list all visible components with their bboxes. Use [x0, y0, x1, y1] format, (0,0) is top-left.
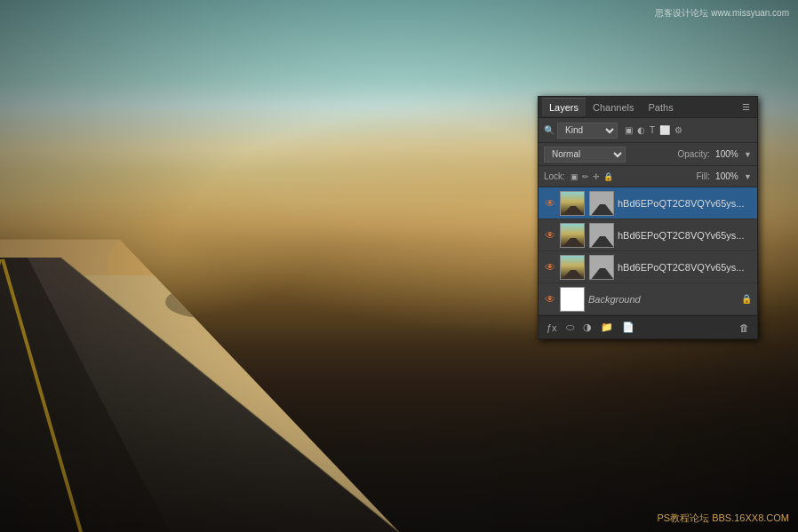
filter-shape-icon[interactable]: ⬜ — [658, 124, 671, 136]
layer-name: hBd6EPoQT2C8VQYv65ys... — [618, 262, 752, 273]
layer-mask-thumb — [589, 191, 614, 216]
lock-icons-group: ▣ ✏ ✛ 🔒 — [571, 172, 613, 181]
filter-smart-icon[interactable]: ⚙ — [674, 124, 683, 136]
layers-panel: Layers Channels Paths ☰ 🔍 Kind ▣ ◐ T ⬜ ⚙… — [538, 96, 758, 339]
tab-channels[interactable]: Channels — [586, 99, 641, 116]
filter-type-icons: ▣ ◐ T ⬜ ⚙ — [624, 124, 683, 136]
layer-mask-thumb — [589, 255, 614, 280]
layer-item[interactable]: 👁 — [539, 187, 757, 219]
add-adjustment-button[interactable]: ◑ — [580, 321, 595, 334]
filter-row: 🔍 Kind ▣ ◐ T ⬜ ⚙ — [539, 118, 757, 143]
create-group-button[interactable]: 📁 — [598, 321, 616, 334]
opacity-arrow[interactable]: ▼ — [744, 150, 752, 159]
layer-mask-thumb — [589, 223, 614, 248]
svg-rect-29 — [561, 288, 585, 312]
layer-visibility-icon[interactable]: 👁 — [544, 261, 556, 274]
layer-thumb-background — [560, 287, 585, 312]
filter-pixel-icon[interactable]: ▣ — [624, 124, 634, 136]
tab-layers[interactable]: Layers — [542, 98, 586, 116]
layer-item[interactable]: 👁 — [539, 251, 757, 283]
layer-name: hBd6EPoQT2C8VQYv65ys... — [618, 230, 752, 241]
panel-menu-icon[interactable]: ☰ — [738, 102, 754, 112]
filter-type-icon[interactable]: T — [649, 124, 656, 136]
layer-item[interactable]: 👁 — [539, 219, 757, 251]
fill-label: Fill: — [697, 171, 711, 181]
layer-thumb-image — [560, 255, 585, 280]
add-layer-style-button[interactable]: ƒx — [544, 322, 560, 334]
filter-search-icon: 🔍 — [544, 125, 555, 135]
layer-item-background[interactable]: 👁 Background 🔒 — [539, 283, 757, 315]
lock-row: Lock: ▣ ✏ ✛ 🔒 Fill: 100% ▼ — [539, 166, 757, 187]
panel-tabs: Layers Channels Paths ☰ — [539, 97, 757, 118]
add-mask-button[interactable]: ⬭ — [563, 321, 577, 334]
filter-kind-select[interactable]: Kind — [557, 123, 618, 139]
fill-value: 100% — [715, 171, 740, 181]
watermark-bottom: PS教程论坛 BBS.16XX8.COM — [657, 512, 789, 525]
layer-visibility-icon[interactable]: 👁 — [544, 229, 556, 242]
lock-move-icon[interactable]: ✛ — [593, 172, 600, 181]
blend-mode-select[interactable]: Normal — [544, 147, 626, 163]
create-layer-button[interactable]: 📄 — [619, 321, 637, 334]
tab-paths[interactable]: Paths — [642, 99, 681, 116]
layer-visibility-icon[interactable]: 👁 — [544, 293, 556, 306]
opacity-label: Opacity: — [677, 149, 710, 159]
lock-paint-icon[interactable]: ✏ — [582, 172, 589, 181]
layer-name-background: Background — [588, 294, 738, 305]
filter-adjustment-icon[interactable]: ◐ — [636, 124, 646, 136]
panel-bottom-toolbar: ƒx ⬭ ◑ 📁 📄 🗑 — [539, 315, 757, 338]
layer-locked-icon: 🔒 — [741, 294, 752, 304]
layer-name: hBd6EPoQT2C8VQYv65ys... — [618, 198, 752, 209]
lock-label: Lock: — [544, 171, 565, 181]
lock-all-icon[interactable]: 🔒 — [603, 172, 613, 181]
layer-visibility-icon[interactable]: 👁 — [544, 197, 556, 210]
fill-arrow[interactable]: ▼ — [744, 172, 752, 181]
watermark-top: 思客设计论坛 www.missyuan.com — [655, 7, 789, 20]
lock-transparent-icon[interactable]: ▣ — [571, 172, 579, 181]
delete-layer-button[interactable]: 🗑 — [737, 322, 752, 334]
layer-thumb-image — [560, 223, 585, 248]
layer-list: 👁 — [539, 187, 757, 315]
opacity-value: 100% — [715, 149, 740, 159]
layer-thumb-image — [560, 191, 585, 216]
blend-row: Normal Opacity: 100% ▼ — [539, 143, 757, 166]
